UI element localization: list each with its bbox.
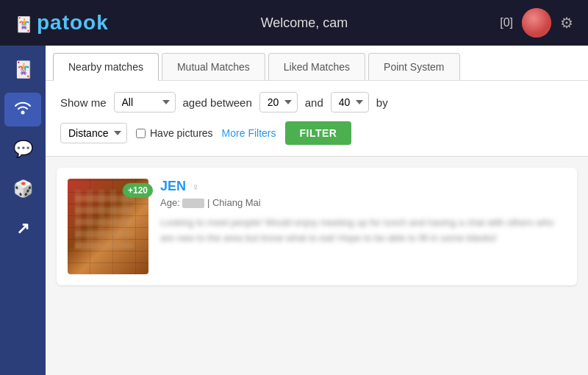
sidebar-item-cards[interactable]: 🃏 xyxy=(4,53,41,87)
notification-badge[interactable]: [0] xyxy=(500,16,513,29)
sidebar-item-games[interactable]: 🎲 xyxy=(4,172,41,206)
logo-card-icon: 🃏 xyxy=(15,16,34,32)
svg-point-0 xyxy=(21,111,25,115)
have-pictures-label[interactable]: Have pictures xyxy=(136,127,213,139)
sidebar-item-nearby[interactable] xyxy=(4,93,41,126)
nav-right-area: [0] ⚙ xyxy=(500,8,573,38)
age-blur xyxy=(182,199,204,208)
chat-icon: 💬 xyxy=(13,140,33,159)
main-content: Nearby matches Mutual Matches Liked Matc… xyxy=(46,46,588,375)
avatar[interactable] xyxy=(522,8,551,38)
tab-nearby[interactable]: Nearby matches xyxy=(53,53,159,81)
user-name-row: JEN ♀ xyxy=(160,179,566,194)
tabs-bar: Nearby matches Mutual Matches Liked Matc… xyxy=(46,46,588,81)
filter-row-2: Distance Age New Have pictures More Filt… xyxy=(60,121,573,145)
filter-area: Show me All Women Men aged between 18 19… xyxy=(46,81,588,157)
dice-icon: 🎲 xyxy=(13,179,33,199)
top-navigation: 🃏patook Welcome, cam [0] ⚙ xyxy=(0,0,588,46)
and-label: and xyxy=(305,96,323,109)
main-layout: 🃏 💬 🎲 ↗ Nearby matches xyxy=(0,46,588,375)
sidebar: 🃏 💬 🎲 ↗ xyxy=(0,46,46,375)
tab-mutual[interactable]: Mutual Matches xyxy=(162,53,265,80)
filter-button[interactable]: FILTER xyxy=(285,121,352,145)
sidebar-item-chat[interactable]: 💬 xyxy=(4,132,41,166)
tab-liked[interactable]: Liked Matches xyxy=(268,53,365,80)
sort-select[interactable]: Distance Age New xyxy=(60,123,127,143)
settings-icon[interactable]: ⚙ xyxy=(560,14,573,32)
user-info: JEN ♀ Age: | Chiang Mai Looking to meet … xyxy=(160,179,566,274)
point-badge: +120 xyxy=(123,183,153,198)
wifi-icon xyxy=(12,97,33,122)
avatar-image xyxy=(522,8,551,38)
sidebar-item-share[interactable]: ↗ xyxy=(4,212,41,246)
gender-icon: ♀ xyxy=(192,181,200,193)
show-me-select[interactable]: All Women Men xyxy=(114,92,176,113)
user-card: +120 JEN ♀ Age: | Chiang Mai Looking to … xyxy=(57,168,577,285)
photo-pixelate xyxy=(75,190,134,249)
user-photo-wrap: +120 xyxy=(68,179,148,274)
aged-between-label: aged between xyxy=(183,96,252,109)
age-min-select[interactable]: 18 19 20 25 xyxy=(259,92,298,113)
user-age-location: Age: | Chiang Mai xyxy=(160,197,566,208)
filter-row-1: Show me All Women Men aged between 18 19… xyxy=(60,92,573,113)
have-pictures-checkbox[interactable] xyxy=(136,129,146,138)
more-filters-link[interactable]: More Filters xyxy=(222,127,276,139)
age-max-select[interactable]: 35 40 45 50 xyxy=(331,92,369,113)
cards-icon: 🃏 xyxy=(13,60,33,79)
user-name[interactable]: JEN xyxy=(160,179,186,194)
show-me-label: Show me xyxy=(60,96,107,109)
user-bio: Looking to meet people! Would enjoy meet… xyxy=(160,215,566,246)
by-label: by xyxy=(376,96,388,109)
share-icon: ↗ xyxy=(16,219,29,238)
app-logo: 🃏patook xyxy=(15,11,109,35)
welcome-text: Welcome, cam xyxy=(109,15,500,31)
tab-points[interactable]: Point System xyxy=(368,53,459,80)
